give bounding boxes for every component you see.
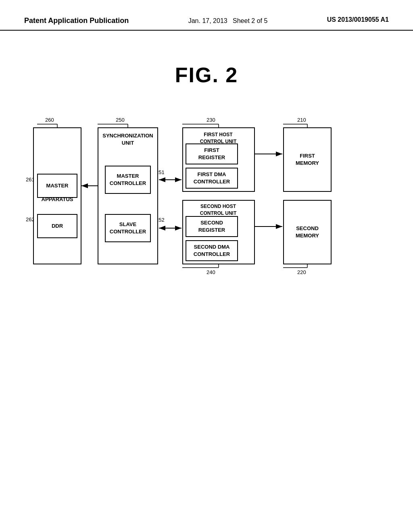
- publication-label: Patent Application Publication: [24, 16, 129, 25]
- label-230: 230: [206, 117, 215, 123]
- label-240: 240: [206, 269, 215, 275]
- second-register-box: SECOND REGISTER: [186, 216, 238, 237]
- ddr-box: DDR: [37, 214, 77, 238]
- second-dma-box: SECOND DMA CONTROLLER: [186, 240, 238, 261]
- label-220: 220: [297, 269, 306, 275]
- sync-unit-label: SYNCHRONIZATION UNIT: [101, 132, 155, 147]
- second-memory-box: SECOND MEMORY: [283, 200, 332, 264]
- date-sheet-label: Jan. 17, 2013 Sheet 2 of 5: [188, 16, 268, 26]
- label-250: 250: [116, 117, 125, 123]
- page-header: Patent Application Publication Jan. 17, …: [0, 0, 413, 31]
- first-dma-box: FIRST DMA CONTROLLER: [186, 168, 238, 189]
- label-260: 260: [45, 117, 54, 123]
- second-host-label: SECOND HOST CONTROL UNIT: [186, 203, 251, 217]
- first-register-box: FIRST REGISTER: [186, 143, 238, 164]
- diagram-container: 260 250 230 210 240 220 261 262 251 252 …: [33, 111, 380, 345]
- master-box: MASTER: [37, 174, 77, 198]
- figure-title: FIG. 2: [0, 63, 413, 87]
- label-210: 210: [297, 117, 306, 123]
- patent-number-label: US 2013/0019055 A1: [327, 16, 389, 23]
- master-controller-box: MASTER CONTROLLER: [105, 166, 151, 194]
- first-host-label: FIRST HOST CONTROL UNIT: [186, 131, 251, 145]
- first-memory-box: FIRST MEMORY: [283, 127, 332, 192]
- slave-controller-box: SLAVE CONTROLLER: [105, 214, 151, 242]
- sync-unit-box: [98, 127, 158, 264]
